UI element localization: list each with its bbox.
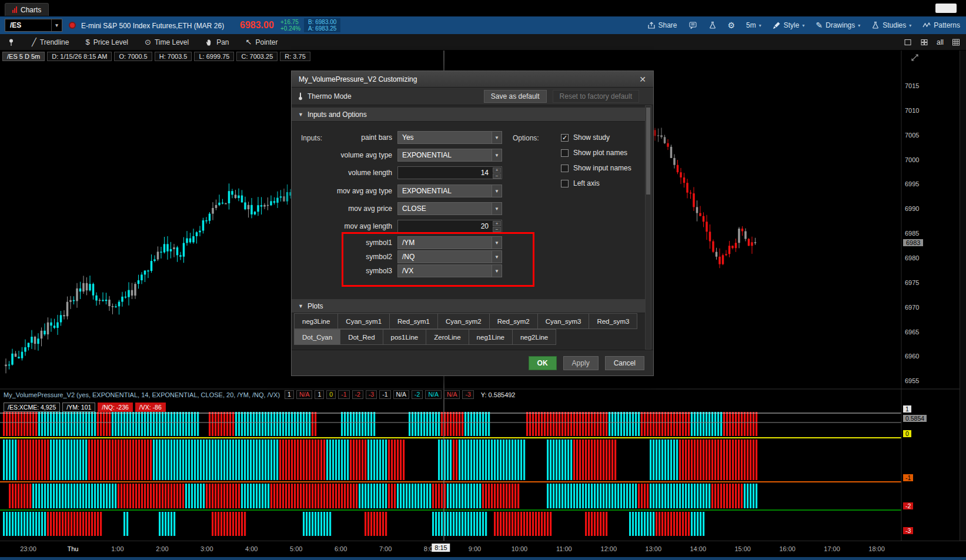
option-Left-axis[interactable]: Left axis: [561, 179, 600, 188]
chart-aggregation-label[interactable]: /ES 5 D 5m: [2, 52, 45, 61]
plot-tab-Dot_Red[interactable]: Dot_Red: [340, 329, 383, 345]
option-label: Show plot names: [573, 149, 627, 157]
input-row-paint-bars: paint barsYes▼: [300, 131, 547, 144]
section-inputs-and-options[interactable]: ▼ Inputs and Options: [292, 108, 646, 122]
input-row-mov-avg-avg-type: mov avg avg typeEXPONENTIAL▼: [300, 185, 547, 197]
time-axis[interactable]: 23:00Thu1:002:003:004:005:006:007:008:00…: [0, 541, 966, 557]
mov-avg-length-input[interactable]: 20+−: [397, 220, 502, 233]
close-icon[interactable]: ✕: [639, 75, 646, 84]
input-label: volume length: [300, 169, 397, 177]
study-value: N/A: [296, 390, 313, 399]
bottom-strip: [0, 557, 966, 560]
checkbox[interactable]: ✓: [561, 134, 569, 142]
plot-tab-neg1Line[interactable]: neg1Line: [469, 329, 513, 345]
scrollbar-thumb[interactable]: [646, 108, 650, 195]
thermo-mode-button[interactable]: Thermo Mode: [298, 92, 352, 100]
plot-tab-Cyan_sym2[interactable]: Cyan_sym2: [437, 313, 490, 329]
cursor-value: Y: 0.585492: [481, 391, 516, 398]
dialog-title-bar[interactable]: My_VolumePressure_V2 Customizing ✕: [292, 71, 653, 88]
increment-button[interactable]: +: [493, 167, 501, 173]
section-plots[interactable]: ▼ Plots: [292, 299, 646, 313]
reset-to-factory-button[interactable]: Reset to factory default: [553, 90, 639, 103]
chevron-down-icon: ▼: [298, 303, 303, 309]
price-tick: 6955: [905, 377, 919, 384]
checkbox[interactable]: [561, 149, 569, 157]
save-as-default-button[interactable]: Save as default: [484, 90, 547, 103]
price-tick: 6990: [905, 205, 919, 212]
decrement-button[interactable]: −: [493, 227, 501, 232]
chevron-down-icon[interactable]: ▼: [492, 132, 502, 143]
time-label: 23:00: [20, 545, 36, 552]
checkbox[interactable]: [561, 165, 569, 172]
apply-button[interactable]: Apply: [563, 356, 599, 370]
time-label: 12:00: [601, 545, 617, 552]
time-label: 18:00: [868, 545, 885, 552]
chart-scale-icon[interactable]: [911, 53, 919, 63]
study-title[interactable]: My_VolumePressure_V2 (yes, EXPONENTIAL, …: [4, 391, 280, 398]
price-tick: 6975: [905, 279, 919, 286]
plot-tab-pos1Line[interactable]: pos1Line: [383, 329, 427, 345]
option-Show-input-names[interactable]: Show input names: [561, 163, 631, 173]
dialog-scrollbar[interactable]: [645, 105, 651, 350]
plot-tab-Red_sym1[interactable]: Red_sym1: [389, 313, 438, 329]
symbol2-select[interactable]: /NQ▼: [397, 250, 502, 263]
input-row-symbol3: symbol3/VX▼: [300, 264, 547, 277]
price-tick: 7010: [905, 107, 919, 114]
time-label: 2:00: [156, 545, 168, 552]
input-row-symbol1: symbol1/YM▼: [300, 236, 547, 249]
select-value: CLOSE: [398, 204, 426, 213]
plot-tab-Red_sym2[interactable]: Red_sym2: [489, 313, 538, 329]
plot-tab-Red_sym3[interactable]: Red_sym3: [589, 313, 637, 329]
cancel-button[interactable]: Cancel: [605, 356, 644, 370]
study-value: N/A: [425, 390, 442, 399]
input-label: symbol1: [300, 239, 397, 247]
plot-tab-ZeroLine[interactable]: ZeroLine: [426, 329, 469, 345]
select-value: Yes: [398, 133, 414, 142]
price-tick: 6970: [905, 304, 919, 311]
dialog-footer: OK Apply Cancel: [292, 350, 653, 375]
symbol1-select[interactable]: /YM▼: [397, 236, 502, 249]
chevron-down-icon[interactable]: ▼: [492, 251, 502, 263]
paint-bars-select[interactable]: Yes▼: [397, 131, 502, 144]
plot-tab-Cyan_sym1[interactable]: Cyan_sym1: [337, 313, 390, 329]
ok-button[interactable]: OK: [529, 356, 557, 370]
volume-avg-type-select[interactable]: EXPONENTIAL▼: [397, 149, 502, 162]
price-tick: 6980: [905, 254, 919, 261]
plot-tab-Dot_Cyan[interactable]: Dot_Cyan: [294, 329, 340, 345]
number-value: 20: [481, 222, 489, 230]
mov-avg-avg-type-select[interactable]: EXPONENTIAL▼: [397, 185, 502, 197]
study-axis-label: 0: [903, 430, 911, 437]
chevron-down-icon[interactable]: ▼: [492, 149, 502, 161]
study-axis-label: -2: [903, 502, 913, 509]
chevron-down-icon[interactable]: ▼: [492, 237, 502, 249]
plot-tab-neg3Line[interactable]: neg3Line: [294, 313, 338, 329]
chevron-down-icon[interactable]: ▼: [492, 265, 502, 277]
plot-tab-neg2Line[interactable]: neg2Line: [512, 329, 556, 345]
price-tick: 7015: [905, 82, 919, 89]
time-label: 13:00: [646, 545, 662, 552]
option-Show-study[interactable]: ✓Show study: [561, 133, 610, 142]
time-label: 15:00: [734, 545, 751, 552]
time-label: 3:00: [200, 545, 213, 552]
option-Show-plot-names[interactable]: Show plot names: [561, 148, 627, 157]
app-window: Charts /ES ▾ E-mini S&P 500 Index Future…: [0, 0, 966, 560]
mov-avg-price-select[interactable]: CLOSE▼: [397, 202, 502, 215]
study-symbol-value: /ES:XCME: 4,925: [4, 403, 60, 412]
decrement-button[interactable]: −: [493, 173, 501, 179]
price-tick: 7000: [905, 156, 919, 163]
input-label: volume avg type: [300, 151, 397, 159]
time-label: 1:00: [111, 545, 123, 552]
increment-button[interactable]: +: [493, 221, 501, 226]
option-label: Show study: [573, 133, 610, 142]
time-label: 16:00: [779, 545, 795, 552]
symbol3-select[interactable]: /VX▼: [397, 264, 502, 277]
plot-tab-Cyan_sym3[interactable]: Cyan_sym3: [537, 313, 590, 329]
time-label: 4:00: [245, 545, 258, 552]
chevron-down-icon[interactable]: ▼: [492, 185, 502, 197]
dialog-toolbar: Thermo Mode Save as default Reset to fac…: [292, 88, 653, 105]
study-value: -2: [412, 390, 423, 399]
chevron-down-icon[interactable]: ▼: [492, 203, 502, 214]
checkbox[interactable]: [561, 180, 569, 187]
input-row-volume-avg-type: volume avg typeEXPONENTIAL▼: [300, 149, 547, 162]
volume-length-input[interactable]: 14+−: [397, 166, 502, 179]
